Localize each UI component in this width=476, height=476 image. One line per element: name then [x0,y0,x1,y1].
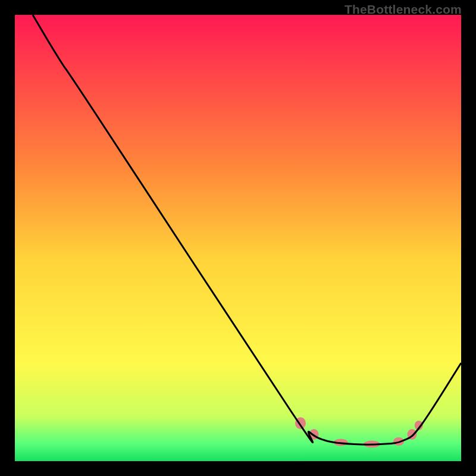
chart-frame: TheBottleneck.com [0,0,476,476]
chart-background-gradient [15,15,461,461]
chart-plot-area [15,15,461,461]
chart-svg [15,15,461,461]
watermark-text: TheBottleneck.com [345,2,462,17]
